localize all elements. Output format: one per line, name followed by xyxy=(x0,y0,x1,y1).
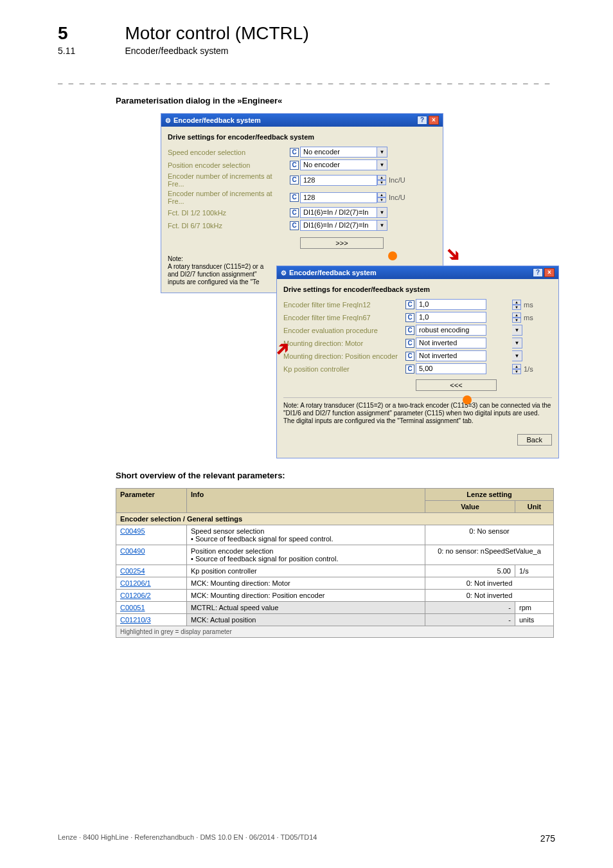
dropdown-icon[interactable]: ▼ xyxy=(377,220,387,231)
spin-down-icon[interactable]: ▼ xyxy=(512,318,521,323)
page-number: 275 xyxy=(540,833,555,844)
unit-cell: rpm xyxy=(515,602,554,614)
spin-up-icon[interactable]: ▲ xyxy=(512,364,521,369)
unit-cell: 1/s xyxy=(515,565,554,577)
section-row: Encoder selection / General settings xyxy=(116,513,554,525)
highlight-dot xyxy=(463,395,472,404)
di67-field[interactable]: DI1(6)=In / DI2(7)=In xyxy=(300,220,377,231)
table-row: C00490 Position encoder selection• Sourc… xyxy=(116,545,554,565)
c-badge[interactable]: C xyxy=(290,176,299,185)
info-cell: Position encoder selection• Source of fe… xyxy=(187,545,425,565)
param-link[interactable]: C00490 xyxy=(120,547,145,555)
dropdown-icon[interactable]: ▼ xyxy=(512,325,522,336)
param-link[interactable]: C00051 xyxy=(120,604,145,611)
param-link[interactable]: C01206/2 xyxy=(120,592,151,599)
spin-down-icon[interactable]: ▼ xyxy=(512,369,521,374)
gear-icon: ⚙ xyxy=(165,117,171,124)
param-link[interactable]: C00254 xyxy=(120,567,145,575)
unit-text: ms xyxy=(524,314,533,321)
eval-field[interactable]: robust encoding xyxy=(416,325,486,336)
dropdown-icon[interactable]: ▼ xyxy=(512,350,522,361)
filter12-field[interactable]: 1,0 xyxy=(416,299,486,310)
speed-enc-field[interactable]: No encoder xyxy=(300,147,377,158)
kp-field[interactable]: 5,00 xyxy=(416,363,486,374)
pos-enc-label: Position encoder selection xyxy=(168,161,290,169)
window-titlebar: ⚙Encoder/feedback system ? × xyxy=(161,114,443,127)
help-icon[interactable]: ? xyxy=(417,116,427,125)
section-number: 5 xyxy=(58,23,122,44)
divider-line: _ _ _ _ _ _ _ _ _ _ _ _ _ _ _ _ _ _ _ _ … xyxy=(58,75,555,84)
speed-enc-label: Speed encoder selection xyxy=(168,149,290,156)
spin-up-icon[interactable]: ▲ xyxy=(512,312,521,318)
table-row: C00051 MCTRL: Actual speed value - rpm xyxy=(116,602,554,614)
dropdown-icon[interactable]: ▼ xyxy=(512,338,522,348)
c-badge[interactable]: C xyxy=(290,208,299,217)
col-info: Info xyxy=(187,489,425,513)
short-overview-heading: Short overview of the relevant parameter… xyxy=(116,471,554,480)
mount-motor-label: Mounting direction: Motor xyxy=(283,339,405,347)
param-dialog-heading: Parameterisation dialog in the »Engineer… xyxy=(116,96,554,105)
page-footer: Lenze · 8400 HighLine · Referenzhandbuch… xyxy=(58,833,555,844)
value-cell: - xyxy=(425,602,515,614)
collapse-button[interactable]: <<< xyxy=(416,379,497,391)
c-badge[interactable]: C xyxy=(290,161,299,170)
spin-down-icon[interactable]: ▼ xyxy=(512,305,521,310)
parameter-table: Parameter Info Lenze setting Value Unit … xyxy=(116,488,554,638)
mount-pos-field[interactable]: Not inverted xyxy=(416,350,486,361)
col-parameter: Parameter xyxy=(116,489,187,513)
filter67-label: Encoder filter time FreqIn67 xyxy=(283,314,405,321)
back-button[interactable]: Back xyxy=(517,434,552,446)
close-icon[interactable]: × xyxy=(429,116,439,125)
inc1-field[interactable]: 128 xyxy=(300,175,377,186)
kp-label: Kp position controller xyxy=(283,365,405,373)
c-badge[interactable]: C xyxy=(290,193,299,202)
mount-pos-label: Mounting direction: Position encoder xyxy=(283,352,405,360)
spin-up-icon[interactable]: ▲ xyxy=(377,192,386,197)
spin-up-icon[interactable]: ▲ xyxy=(512,300,521,305)
unit-text: ms xyxy=(524,301,533,309)
unit-text: Inc/U xyxy=(389,176,405,184)
close-icon[interactable]: × xyxy=(544,268,555,277)
inc2-label: Encoder number of increments at Fre... xyxy=(168,190,290,205)
table-row: C01206/1 MCK: Mounting direction: Motor … xyxy=(116,577,554,590)
page-header: 5 Motor control (MCTRL) 5.11 Encoder/fee… xyxy=(0,0,613,57)
eval-label: Encoder evaluation procedure xyxy=(283,327,405,334)
pos-enc-field[interactable]: No encoder xyxy=(300,159,377,170)
mount-motor-field[interactable]: Not inverted xyxy=(416,338,486,348)
param-link[interactable]: C00495 xyxy=(120,527,145,535)
c-badge[interactable]: C xyxy=(405,326,414,335)
c-badge[interactable]: C xyxy=(405,300,414,309)
param-link[interactable]: C01206/1 xyxy=(120,579,151,587)
help-icon[interactable]: ? xyxy=(533,268,543,277)
param-link[interactable]: C01210/3 xyxy=(120,616,151,624)
c-badge[interactable]: C xyxy=(290,221,299,230)
window-titlebar: ⚙Encoder/feedback system ? × xyxy=(277,266,558,279)
info-cell: Speed sensor selection• Source of feedba… xyxy=(187,525,425,545)
expand-button[interactable]: >>> xyxy=(300,237,384,249)
c-badge[interactable]: C xyxy=(405,352,414,361)
unit-text: Inc/U xyxy=(389,194,405,201)
spin-down-icon[interactable]: ▼ xyxy=(377,197,386,203)
c-badge[interactable]: C xyxy=(405,339,414,348)
c-badge[interactable]: C xyxy=(290,148,299,157)
window-title: Encoder/feedback system xyxy=(173,116,261,124)
dropdown-icon[interactable]: ▼ xyxy=(377,147,387,158)
spin-up-icon[interactable]: ▲ xyxy=(377,175,386,180)
note-block-2: Note: A rotary transducer (C115=2) or a … xyxy=(283,397,552,425)
dropdown-icon[interactable]: ▼ xyxy=(377,159,387,170)
filter67-field[interactable]: 1,0 xyxy=(416,312,486,323)
value-cell: 0: No sensor xyxy=(425,525,554,545)
inc2-field[interactable]: 128 xyxy=(300,192,377,203)
info-cell: MCK: Mounting direction: Motor xyxy=(187,577,425,590)
dropdown-icon[interactable]: ▼ xyxy=(377,207,387,218)
c-badge[interactable]: C xyxy=(405,313,414,322)
info-cell: MCK: Actual position xyxy=(187,614,425,626)
di12-field[interactable]: DI1(6)=In / DI2(7)=In xyxy=(300,207,377,218)
c-badge[interactable]: C xyxy=(405,365,414,374)
dialog-screenshot-area: ⚙Encoder/feedback system ? × Drive setti… xyxy=(161,113,554,460)
encoder-dialog-2: ⚙Encoder/feedback system ? × Drive setti… xyxy=(276,266,559,458)
spin-down-icon[interactable]: ▼ xyxy=(377,180,386,185)
di12-label: Fct. DI 1/2 100kHz xyxy=(168,209,290,217)
unit-cell: units xyxy=(515,614,554,626)
table-row: C01210/3 MCK: Actual position - units xyxy=(116,614,554,626)
